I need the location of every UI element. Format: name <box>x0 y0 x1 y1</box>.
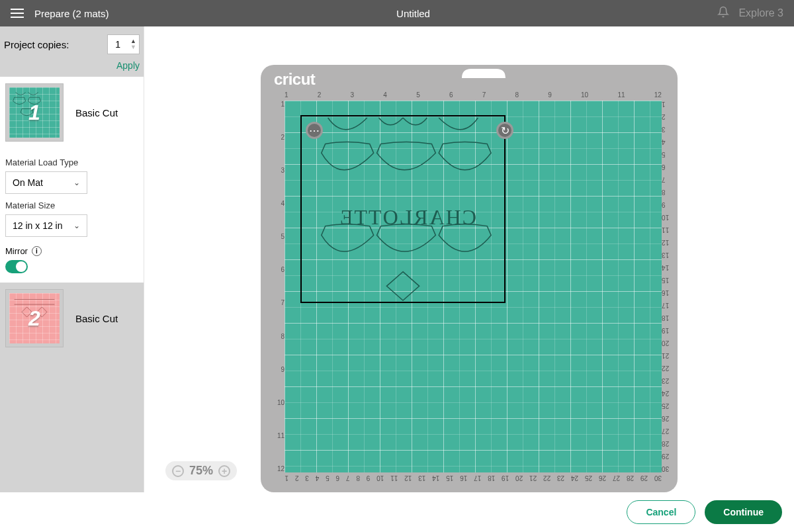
zoom-control: − 75% + <box>165 461 237 480</box>
mat-item-1[interactable]: 1 Basic Cut <box>0 77 144 148</box>
ruler-tick: 10 <box>662 214 669 221</box>
ruler-tick: 25 <box>585 474 592 482</box>
ruler-tick: 13 <box>662 251 669 259</box>
material-size-value: 12 in x 12 in <box>13 220 63 231</box>
mat-handle-icon <box>462 65 506 78</box>
brand-logo: cricut <box>274 70 315 89</box>
ruler-tick: 5 <box>326 474 330 482</box>
mat-operation-2: Basic Cut <box>75 313 118 324</box>
material-size-select[interactable]: 12 in x 12 in ⌄ <box>5 214 87 237</box>
ruler-tick: 7 <box>662 176 666 183</box>
mat-controls: Material Load Type On Mat ⌄ Material Siz… <box>0 148 144 283</box>
mirror-label: Mirror <box>5 246 28 256</box>
ruler-tick: 26 <box>599 474 606 482</box>
ruler-tick: 11 <box>390 474 398 482</box>
mat-number-1: 1 <box>28 101 40 125</box>
ruler-tick: 14 <box>432 474 439 482</box>
design-text: CHARLOTTE <box>315 205 500 230</box>
ruler-tick: 16 <box>460 474 467 482</box>
ruler-tick: 20 <box>515 474 523 482</box>
ruler-tick: 16 <box>662 289 669 296</box>
ruler-tick: 6 <box>336 474 340 482</box>
ruler-tick: 19 <box>502 474 509 482</box>
chevron-down-icon: ⌄ <box>73 178 80 187</box>
ruler-tick: 29 <box>640 474 648 482</box>
design-selection[interactable]: ⋯ ↻ <box>300 115 506 303</box>
ruler-tick: 18 <box>662 314 669 322</box>
continue-button[interactable]: Continue <box>705 500 782 524</box>
ruler-tick: 17 <box>474 474 481 482</box>
cancel-button[interactable]: Cancel <box>627 500 695 524</box>
ruler-tick: 12 <box>404 474 412 482</box>
stepper-down-icon[interactable]: ▼ <box>130 44 136 50</box>
ruler-tick: 2 <box>662 113 666 120</box>
ruler-tick: 9 <box>662 201 666 208</box>
ruler-tick: 14 <box>662 264 669 271</box>
project-copies-stepper[interactable]: ▲ ▼ <box>107 34 140 54</box>
ruler-tick: 2 <box>318 91 322 99</box>
ruler-tick: 24 <box>571 474 578 482</box>
ruler-tick: 2 <box>295 474 299 482</box>
project-copies-input[interactable] <box>108 39 128 50</box>
ruler-tick: 9 <box>367 474 371 482</box>
ruler-tick: 10 <box>277 399 285 406</box>
ruler-tick: 9 <box>548 91 552 99</box>
info-icon[interactable]: i <box>32 246 42 256</box>
ruler-tick: 21 <box>662 352 669 359</box>
project-name[interactable]: Untitled <box>396 8 430 19</box>
ruler-tick: 22 <box>543 474 551 482</box>
ruler-tick: 12 <box>662 239 669 246</box>
mat-grid[interactable]: ⋯ ↻ <box>285 101 662 472</box>
ruler-tick: 4 <box>662 138 666 146</box>
ruler-right: 3029282726252423222120191817161514131211… <box>662 101 671 472</box>
ruler-tick: 7 <box>482 91 486 99</box>
ruler-tick: 23 <box>662 377 669 384</box>
ruler-tick: 4 <box>383 91 387 99</box>
ruler-tick: 8 <box>662 189 666 196</box>
ruler-left: 123456789101112 <box>275 101 285 472</box>
main-canvas: − 75% + cricut 123456789101112 123456789… <box>144 26 794 492</box>
bottom-bar: Cancel Continue <box>0 492 794 532</box>
ruler-tick: 29 <box>662 453 669 460</box>
ruler-tick: 1 <box>662 101 666 108</box>
ruler-tick: 6 <box>449 91 453 99</box>
mat-operation-1: Basic Cut <box>75 107 118 118</box>
zoom-out-button[interactable]: − <box>172 465 184 477</box>
ruler-tick: 10 <box>376 474 384 482</box>
ruler-tick: 27 <box>613 474 620 482</box>
ruler-tick: 1 <box>285 91 288 99</box>
mirror-toggle[interactable] <box>5 260 28 273</box>
device-label[interactable]: Explore 3 <box>738 7 783 19</box>
ruler-tick: 25 <box>662 402 669 410</box>
ruler-tick: 12 <box>654 91 662 99</box>
ruler-tick: 18 <box>488 474 495 482</box>
ruler-tick: 11 <box>617 91 625 99</box>
ruler-tick: 4 <box>316 474 320 482</box>
ruler-tick: 3 <box>662 126 666 133</box>
menu-icon[interactable] <box>11 9 24 18</box>
zoom-in-button[interactable]: + <box>218 465 230 477</box>
ruler-tick: 30 <box>654 474 662 482</box>
apply-button[interactable]: Apply <box>116 60 140 71</box>
ruler-tick: 17 <box>662 302 669 309</box>
ruler-tick: 11 <box>662 226 669 234</box>
material-load-type-value: On Mat <box>13 177 43 188</box>
page-title: Prepare (2 mats) <box>34 8 109 19</box>
project-copies-label: Project copies: <box>4 39 69 50</box>
cutting-mat[interactable]: cricut 123456789101112 123456789101112 3… <box>261 65 678 492</box>
ruler-tick: 5 <box>416 91 420 99</box>
ruler-tick: 20 <box>662 339 669 347</box>
ruler-tick: 26 <box>662 415 669 422</box>
ruler-tick: 1 <box>285 474 288 482</box>
material-load-type-select[interactable]: On Mat ⌄ <box>5 171 87 194</box>
ruler-tick: 3 <box>351 91 355 99</box>
bell-icon[interactable] <box>717 6 729 21</box>
mat-item-2[interactable]: 2 Basic Cut <box>0 283 144 354</box>
ruler-tick: 3 <box>305 474 309 482</box>
ruler-tick: 19 <box>662 327 669 334</box>
project-copies-panel: Project copies: ▲ ▼ Apply <box>0 26 144 77</box>
ruler-tick: 7 <box>346 474 350 482</box>
sidebar: Project copies: ▲ ▼ Apply <box>0 26 144 492</box>
ruler-tick: 23 <box>557 474 564 482</box>
ruler-top: 123456789101112 <box>285 91 662 99</box>
